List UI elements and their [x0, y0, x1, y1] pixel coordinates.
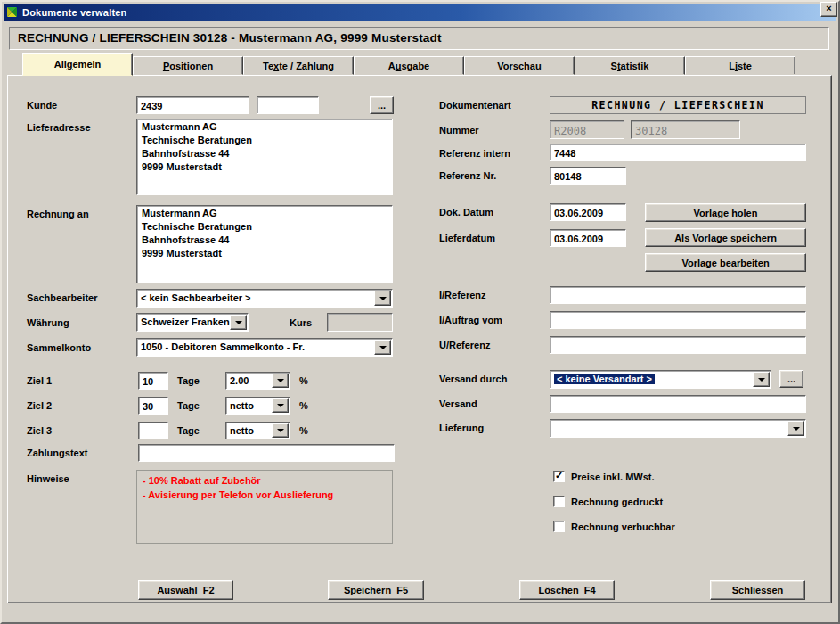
- lieferung-select[interactable]: [550, 419, 806, 438]
- ziel1-label: Ziel 1: [27, 375, 52, 386]
- checkbox-box[interactable]: ✓: [553, 521, 565, 532]
- titlebar[interactable]: Dokumente verwalten: [4, 4, 836, 21]
- checkbox-rechnung-gedruckt[interactable]: ✓ Rechnung gedruckt: [553, 496, 663, 507]
- vorlage-bearbeiten-button[interactable]: Vorlage bearbeiten: [645, 253, 806, 272]
- versand-input[interactable]: [550, 395, 806, 413]
- sachbearbeiter-label: Sachbearbeiter: [27, 292, 97, 303]
- tab-ausgabe[interactable]: Ausgabe: [354, 56, 464, 75]
- versand-durch-browse-button[interactable]: ...: [779, 370, 803, 388]
- waehrung-label: Währung: [27, 317, 69, 328]
- sammelkonto-value: 1050 - Debitoren Sammelkonto - Fr.: [141, 341, 374, 354]
- dropdown-arrow-icon: [277, 379, 284, 382]
- schliessen-button[interactable]: Schliessen: [710, 580, 805, 600]
- dropdown-button[interactable]: [272, 423, 289, 438]
- kunde-code-input[interactable]: [136, 96, 249, 114]
- lieferadresse-label: Lieferadresse: [27, 122, 91, 133]
- close-button[interactable]: ×: [820, 2, 837, 17]
- ziel3-satz-select[interactable]: netto: [225, 422, 290, 439]
- tab-liste[interactable]: Liste: [685, 56, 795, 75]
- i-auftrag-vom-label: I/Auftrag vom: [439, 315, 502, 325]
- speichern-button[interactable]: Speichern F5: [328, 580, 424, 600]
- referenz-nr-label: Referenz Nr.: [439, 170, 496, 181]
- ziel1-tage-input[interactable]: [138, 372, 168, 390]
- dropdown-button[interactable]: [374, 291, 391, 306]
- kurs-input: [327, 313, 393, 332]
- dropdown-arrow-icon: [277, 404, 284, 407]
- ziel3-prozent-label: %: [299, 425, 308, 436]
- zahlungstext-input[interactable]: [138, 444, 395, 462]
- lieferung-label: Lieferung: [439, 423, 484, 433]
- u-referenz-label: U/Referenz: [439, 340, 490, 350]
- kunde-code2-input[interactable]: [257, 96, 319, 114]
- lieferadresse-textarea[interactable]: Mustermann AG Technische Beratungen Bahn…: [136, 119, 393, 195]
- lieferdatum-label: Lieferdatum: [439, 233, 495, 243]
- checkbox-rechnung-verbuchbar[interactable]: ✓ Rechnung verbuchbar: [553, 521, 675, 532]
- checkbox-box[interactable]: ✓: [553, 471, 565, 482]
- versand-durch-select[interactable]: < keine Versandart >: [550, 370, 771, 389]
- i-auftrag-vom-input[interactable]: [550, 311, 806, 329]
- ziel2-label: Ziel 2: [27, 400, 52, 411]
- sammelkonto-label: Sammelkonto: [27, 342, 91, 353]
- dropdown-button[interactable]: [230, 315, 247, 330]
- window-title: Dokumente verwalten: [22, 7, 127, 18]
- tab-allgemein[interactable]: Allgemein: [22, 53, 133, 76]
- tab-positionen[interactable]: Positionen: [133, 56, 243, 75]
- dropdown-button[interactable]: [374, 340, 391, 355]
- ziel3-label: Ziel 3: [27, 425, 52, 436]
- ziel2-tage-label: Tage: [177, 400, 200, 411]
- vorlage-holen-button[interactable]: Vorlage holen: [645, 203, 806, 222]
- dropdown-button[interactable]: [787, 421, 804, 436]
- hinweise-note: - 10% Rabatt auf Zubehör - Avisierung pe…: [136, 470, 393, 544]
- loeschen-button[interactable]: Löschen F4: [519, 580, 615, 600]
- dropdown-arrow-icon: [758, 378, 765, 382]
- dropdown-arrow-icon: [793, 427, 800, 431]
- dokumentenart-label: Dokumentenart: [439, 100, 511, 111]
- dropdown-arrow-icon: [235, 321, 242, 324]
- versand-label: Versand: [439, 398, 477, 409]
- ziel2-tage-input[interactable]: [138, 397, 168, 415]
- tab-vorschau[interactable]: Vorschau: [464, 56, 575, 75]
- dok-datum-input[interactable]: [550, 203, 626, 221]
- lieferdatum-input[interactable]: [550, 229, 626, 247]
- rechnung-an-label: Rechnung an: [27, 209, 89, 219]
- zahlungstext-label: Zahlungstext: [27, 447, 87, 458]
- kurs-label: Kurs: [290, 317, 312, 328]
- ziel3-tage-input[interactable]: [138, 422, 168, 439]
- nummer-input: [631, 120, 740, 139]
- app-icon: [6, 6, 18, 18]
- dropdown-button[interactable]: [272, 374, 289, 388]
- ziel2-satz-value: netto: [230, 399, 272, 413]
- dropdown-button[interactable]: [272, 398, 289, 413]
- rechnung-an-textarea[interactable]: Mustermann AG Technische Beratungen Bahn…: [136, 205, 393, 283]
- dropdown-arrow-icon: [379, 297, 387, 300]
- tab-texte-zahlung[interactable]: Texte / Zahlung: [243, 56, 354, 75]
- dropdown-arrow-icon: [277, 429, 284, 432]
- sammelkonto-select[interactable]: 1050 - Debitoren Sammelkonto - Fr.: [136, 338, 393, 357]
- auswahl-button[interactable]: Auswahl F2: [138, 580, 233, 600]
- checkbox-preise-inkl-mwst[interactable]: ✓ Preise inkl. MWst.: [553, 471, 655, 482]
- i-referenz-input[interactable]: [550, 286, 806, 304]
- tab-statistik[interactable]: Statistik: [575, 56, 685, 75]
- referenz-intern-input[interactable]: [550, 144, 806, 161]
- u-referenz-input[interactable]: [550, 336, 806, 354]
- ziel3-tage-label: Tage: [177, 425, 200, 436]
- versand-durch-label: Versand durch: [439, 374, 507, 384]
- waehrung-select[interactable]: Schweizer Franken: [136, 313, 249, 332]
- dropdown-button[interactable]: [753, 372, 770, 387]
- dokumentenart-value: RECHNUNG / LIEFERSCHEIN: [550, 96, 806, 114]
- als-vorlage-speichern-button[interactable]: Als Vorlage speichern: [645, 228, 806, 247]
- kunde-browse-button[interactable]: ...: [370, 96, 394, 114]
- ziel2-prozent-label: %: [299, 400, 308, 411]
- ziel2-satz-select[interactable]: netto: [225, 397, 290, 415]
- checkbox-box[interactable]: ✓: [553, 496, 565, 507]
- checkbox-label: Rechnung verbuchbar: [571, 521, 675, 532]
- sachbearbeiter-select[interactable]: < kein Sachbearbeiter >: [136, 289, 393, 308]
- ziel1-satz-select[interactable]: 2.00: [225, 372, 290, 390]
- referenz-nr-input[interactable]: [550, 167, 626, 185]
- nummer-label: Nummer: [439, 125, 479, 135]
- ziel1-tage-label: Tage: [177, 375, 200, 386]
- dropdown-arrow-icon: [379, 346, 387, 349]
- referenz-intern-label: Referenz intern: [439, 148, 510, 159]
- kunde-label: Kunde: [27, 100, 57, 111]
- nummer-prefix-input: [550, 120, 624, 139]
